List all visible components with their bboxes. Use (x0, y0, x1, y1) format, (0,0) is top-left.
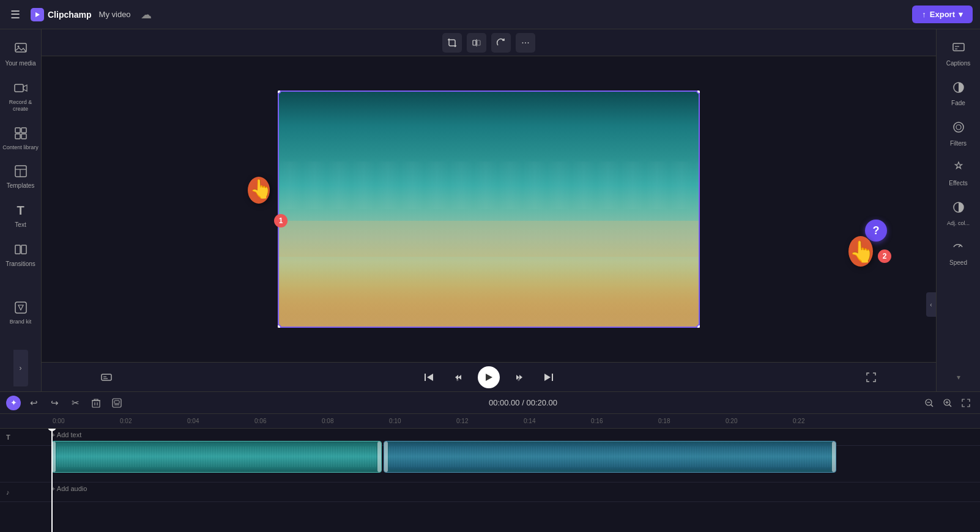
menu-button[interactable]: ☰ (7, 7, 23, 23)
svg-rect-24 (552, 374, 553, 381)
svg-rect-2 (15, 43, 26, 52)
ruler-mark-5: 0:10 (388, 418, 455, 424)
content-library-label: Content library (2, 144, 39, 151)
rewind-button[interactable]: 5 (448, 368, 468, 387)
delete-button[interactable] (88, 395, 104, 411)
sidebar-item-transitions[interactable]: Transitions (0, 235, 41, 274)
svg-rect-16 (477, 40, 480, 45)
video-clip-2[interactable] (384, 441, 836, 473)
text-track-label: T (0, 434, 51, 441)
svg-rect-29 (953, 43, 964, 51)
ruler-mark-1: 0:02 (119, 418, 186, 424)
left-sidebar: Your media Record & create Content lib (0, 29, 42, 391)
transitions-icon (12, 241, 29, 258)
add-text-button[interactable]: + Add text (51, 431, 81, 438)
caption-toggle-button[interactable] (97, 368, 116, 387)
svg-rect-4 (15, 84, 23, 92)
captions-label: Captions (946, 60, 970, 67)
sidebar-item-text[interactable]: T Text (0, 196, 41, 235)
svg-point-34 (956, 125, 961, 130)
ruler-mark-11: 0:22 (792, 418, 859, 424)
text-track-icon: T (6, 434, 10, 441)
logo-icon (31, 8, 44, 21)
video-track-row (0, 446, 980, 482)
svg-point-3 (17, 46, 19, 48)
more-options-button[interactable]: ··· (516, 33, 535, 53)
clip-handle-right-2[interactable] (832, 441, 836, 472)
preview-container (42, 56, 936, 362)
video-clip-1[interactable] (51, 441, 382, 473)
right-item-fade[interactable]: Fade (937, 75, 980, 114)
rotate-button[interactable] (491, 33, 511, 53)
magic-switch-button[interactable]: ✦ (6, 396, 21, 410)
speed-icon (952, 240, 965, 257)
zoom-out-button[interactable] (921, 395, 937, 411)
right-item-effects[interactable]: Effects (937, 155, 980, 194)
text-icon: T (12, 202, 29, 219)
fade-label: Fade (951, 100, 965, 107)
resize-handle-br[interactable] (696, 324, 700, 328)
fit-timeline-button[interactable] (958, 395, 974, 411)
svg-rect-41 (114, 401, 119, 404)
ruler-mark-0: 0:00 (51, 418, 119, 424)
fullscreen-button[interactable] (861, 368, 881, 387)
cut-button[interactable]: ✂ (67, 395, 83, 411)
clip-handle-right-1[interactable] (377, 441, 381, 472)
sidebar-item-your-media[interactable]: Your media (0, 34, 41, 73)
help-button[interactable]: ? (865, 220, 887, 242)
content-library-icon (12, 125, 29, 142)
add-audio-track-row: ♪ + Add audio (0, 482, 980, 502)
right-sidebar-scroll-down[interactable]: ▾ (952, 368, 965, 386)
ruler-mark-7: 0:14 (522, 418, 590, 424)
ruler-mark-6: 0:12 (455, 418, 522, 424)
export-label: Export (930, 10, 955, 19)
right-item-filters[interactable]: Filters (937, 114, 980, 153)
undo-button[interactable]: ↩ (26, 395, 42, 411)
sidebar-item-templates[interactable]: Templates (0, 157, 41, 196)
sidebar-expand-button[interactable]: › (13, 350, 28, 386)
video-preview[interactable] (278, 91, 700, 328)
sidebar-item-brand-kit[interactable]: Brand kit (0, 293, 41, 331)
svg-rect-8 (21, 134, 26, 139)
video-title[interactable]: My video (99, 10, 131, 19)
svg-rect-18 (102, 374, 111, 380)
right-item-adjust-colors[interactable]: Adj. col... (937, 194, 980, 232)
timeline-tracks: T + Add text (0, 429, 980, 532)
playback-controls: 5 5 (42, 362, 936, 391)
topbar: ☰ Clipchamp My video ☁ ↑ Export ▾ (0, 0, 980, 29)
sidebar-item-record-create[interactable]: Record & create (0, 73, 41, 119)
save-frame-button[interactable] (109, 395, 125, 411)
right-item-speed[interactable]: Speed (937, 234, 980, 273)
filters-label: Filters (950, 140, 967, 147)
svg-line-49 (949, 404, 952, 407)
right-sidebar: ‹ Captions Fade Filters Effects (936, 29, 980, 391)
center-area: ··· 16:9 (42, 29, 936, 391)
skip-back-button[interactable] (419, 368, 439, 387)
cursor-badge-2: 2 (878, 249, 891, 263)
ruler-mark-9: 0:18 (657, 418, 724, 424)
add-audio-button[interactable]: + Add audio (51, 485, 87, 492)
flip-button[interactable] (467, 33, 486, 53)
speed-label: Speed (949, 259, 967, 267)
zoom-in-button[interactable] (940, 395, 956, 411)
play-button[interactable] (478, 366, 500, 388)
redo-button[interactable]: ↪ (46, 395, 62, 411)
playhead[interactable] (51, 429, 53, 532)
audio-track-icon: ♪ (6, 489, 10, 496)
ruler-mark-2: 0:04 (186, 418, 253, 424)
svg-point-33 (954, 122, 963, 132)
skip-forward-button[interactable] (539, 368, 559, 387)
forward-button[interactable]: 5 (510, 368, 529, 387)
right-item-captions[interactable]: Captions (937, 34, 980, 73)
sidebar-item-content-library[interactable]: Content library (0, 119, 41, 157)
video-track-content[interactable] (51, 446, 980, 482)
crop-button[interactable] (442, 33, 462, 53)
right-sidebar-collapse-button[interactable]: ‹ (926, 292, 936, 317)
audio-track-content[interactable]: + Add audio (51, 482, 980, 501)
clip-handle-left-2[interactable] (384, 441, 388, 472)
svg-rect-36 (92, 401, 100, 407)
cloud-sync-icon: ☁ (141, 8, 152, 21)
transitions-label: Transitions (6, 260, 35, 268)
adjust-colors-icon (952, 201, 965, 218)
export-button[interactable]: ↑ Export ▾ (912, 6, 973, 23)
